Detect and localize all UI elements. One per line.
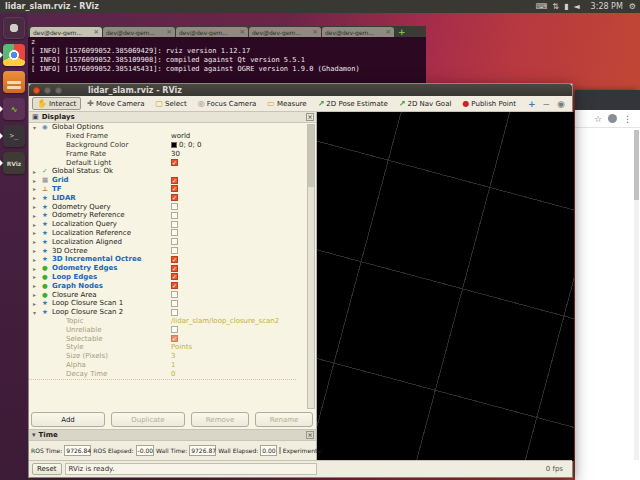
tool-interact-button[interactable]: ✋Interact [32, 97, 81, 110]
tree-row[interactable]: Unreliable [29, 325, 306, 334]
terminal-tab[interactable]: dev@dev-gem...× [322, 27, 394, 37]
time-field-value[interactable]: 0.00 [260, 445, 276, 456]
tree-row[interactable]: Fixed Frameworld [29, 132, 306, 141]
tree-row-value[interactable] [171, 202, 178, 211]
tree-row-value[interactable]: ✓ [171, 273, 178, 282]
tree-row-value[interactable] [171, 211, 178, 220]
checkbox[interactable]: ✓ [171, 194, 178, 201]
tree-row[interactable]: Size (Pixels)3 [29, 352, 306, 361]
expander-icon[interactable]: ▸ [33, 273, 42, 280]
expander-icon[interactable]: ▸ [33, 247, 42, 254]
new-tab-button[interactable]: + [398, 27, 406, 37]
experimental-checkbox[interactable] [279, 447, 281, 454]
expander-icon[interactable]: ▸ [33, 229, 42, 236]
remove-tool-button[interactable]: − [542, 99, 550, 109]
bookmark-star-icon[interactable]: ☆ [594, 114, 602, 124]
tree-row-value[interactable] [171, 290, 178, 299]
terminal-tab[interactable]: dev@dev-gem...× [176, 27, 248, 37]
tool-move-camera-button[interactable]: ✚Move Camera [82, 97, 149, 110]
tree-row-value[interactable]: ✓ [171, 334, 178, 343]
tree-row-value[interactable] [171, 325, 178, 334]
checkbox[interactable] [171, 203, 178, 210]
tool-select-button[interactable]: ▢Select [150, 97, 191, 110]
time-field-value[interactable]: -0.00 [136, 445, 155, 456]
value-text[interactable]: 3 [171, 352, 175, 360]
tree-row-value[interactable]: 1 [171, 361, 175, 370]
browser-scrollbar[interactable] [634, 130, 639, 460]
tree-row[interactable]: ▸●Odometry Edges✓ [29, 264, 306, 273]
checkbox[interactable]: ✓ [171, 335, 178, 342]
tree-row-value[interactable] [171, 308, 178, 317]
tree-row[interactable]: ▸★Localization Query [29, 220, 306, 229]
expander-icon[interactable]: ▸ [33, 221, 42, 228]
add-tool-button[interactable]: + [528, 99, 536, 109]
tree-row-value[interactable]: ✓ [171, 264, 178, 273]
checkbox[interactable]: ✓ [171, 282, 178, 289]
checkbox[interactable]: ✓ [171, 265, 178, 272]
keyboard-icon[interactable]: ⌨ [536, 2, 548, 11]
tree-row[interactable]: ▾★Loop Closure Scan 2 [29, 308, 306, 317]
tree-row[interactable]: ▸★Localization Aligned [29, 237, 306, 246]
value-text[interactable]: 30 [171, 150, 180, 158]
time-field-value[interactable]: 9726.84 [64, 445, 91, 456]
expander-icon[interactable]: ▸ [33, 256, 42, 263]
tree-row[interactable]: Alpha1 [29, 361, 306, 370]
duplicate-button[interactable]: Duplicate [111, 412, 185, 427]
tool-measure-button[interactable]: ▭Measure [262, 97, 311, 110]
browser-window[interactable]: ☆ ⋮ [575, 90, 640, 480]
rename-button[interactable]: Rename [255, 412, 313, 427]
checkbox[interactable]: ✓ [171, 159, 178, 166]
tree-row[interactable]: ▸★Localization Reference [29, 229, 306, 238]
battery-icon[interactable]: ▮ [564, 2, 568, 11]
tree-row-value[interactable]: 3 [171, 352, 175, 361]
launcher-item-rviz[interactable]: RViz [0, 151, 28, 178]
reset-button[interactable]: Reset [32, 463, 62, 475]
tree-row-value[interactable]: world [171, 132, 190, 141]
terminal-tab[interactable]: dev@dev-gem...× [103, 27, 175, 37]
checkbox[interactable]: ✓ [171, 185, 178, 192]
tree-row-value[interactable] [171, 229, 178, 238]
time-panel-header[interactable]: ▾ Time × [29, 430, 316, 441]
close-icon[interactable]: × [306, 113, 314, 121]
tree-row-value[interactable]: ✓ [171, 193, 178, 202]
checkbox[interactable] [171, 221, 178, 228]
tree-row[interactable]: ▸⊥TF✓ [29, 185, 306, 194]
render-viewport[interactable] [317, 112, 574, 461]
checkbox[interactable] [171, 247, 178, 254]
tree-row-value[interactable]: ✓ [171, 281, 178, 290]
tree-row[interactable]: ▸★LIDAR✓ [29, 193, 306, 202]
profile-avatar-icon[interactable] [608, 114, 617, 123]
tree-row[interactable]: ▸▦Grid✓ [29, 176, 306, 185]
tree-row[interactable]: ▸●Graph Nodes✓ [29, 281, 306, 290]
gear-icon[interactable]: ⚙ [629, 2, 636, 11]
tree-row[interactable]: ▸★3D Incremental Octree✓ [29, 255, 306, 264]
tree-row[interactable]: ▸★Odometry Reference [29, 211, 306, 220]
value-text[interactable]: 0 [171, 370, 175, 378]
tree-row-value[interactable] [171, 246, 178, 255]
tool-pose-estimate-button[interactable]: ↗2D Pose Estimate [313, 97, 393, 110]
tool-publish-point-button[interactable]: ●Publish Point [457, 97, 521, 110]
terminal-output[interactable]: z[ INFO] [1576099052.385069429]: rviz ve… [28, 37, 426, 83]
tree-row-value[interactable] [171, 220, 178, 229]
rviz-titlebar[interactable]: lidar_slam.rviz - RViz [29, 84, 572, 96]
tree-row[interactable]: ▾◉Global Options [29, 123, 306, 132]
close-button[interactable] [33, 87, 40, 94]
value-text[interactable]: Points [171, 343, 192, 351]
tree-row-value[interactable]: ✓ [171, 158, 178, 167]
expander-icon[interactable]: ▸ [33, 300, 42, 307]
expander-icon[interactable]: ▸ [33, 177, 42, 184]
tree-row-value[interactable] [171, 237, 178, 246]
checkbox[interactable] [171, 300, 178, 307]
tab-close-icon[interactable]: × [93, 28, 99, 36]
launcher-item-terminal[interactable]: >_ [0, 124, 28, 151]
launcher-item-files[interactable] [0, 70, 28, 97]
checkbox[interactable] [171, 309, 178, 316]
expander-icon[interactable]: ▸ [33, 203, 42, 210]
value-text[interactable]: world [171, 132, 190, 140]
checkbox[interactable]: ✓ [171, 256, 178, 263]
browser-menu-icon[interactable]: ⋮ [623, 114, 632, 124]
expander-icon[interactable]: ▸ [33, 291, 42, 298]
tree-row[interactable]: Selectable✓ [29, 334, 306, 343]
add-button[interactable]: Add [31, 412, 105, 427]
value-text[interactable]: 0; 0; 0 [179, 141, 202, 149]
